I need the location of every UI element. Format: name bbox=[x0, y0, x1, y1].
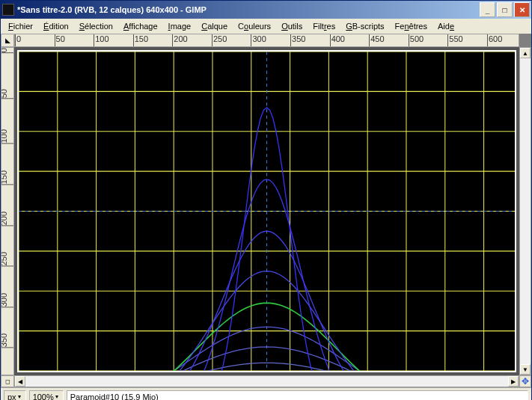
minimize-button[interactable]: _ bbox=[480, 2, 495, 17]
horizontal-ruler[interactable]: 050100150200250300350400450500550600 bbox=[14, 34, 519, 47]
menu-colors[interactable]: Couleurs bbox=[233, 20, 275, 32]
vscroll-track[interactable] bbox=[520, 58, 531, 364]
menubar: Fichier Édition Sélection Affichage Imag… bbox=[1, 19, 531, 34]
scroll-left-button[interactable]: ◀ bbox=[15, 376, 25, 387]
menu-help[interactable]: Aide bbox=[433, 20, 459, 32]
menu-edit[interactable]: Édition bbox=[39, 20, 73, 32]
menu-windows[interactable]: Fenêtres bbox=[391, 20, 432, 32]
workspace: ◣ 050100150200250300350400450500550600 0… bbox=[1, 34, 531, 399]
statusbar: px▾ 100%▾ Paramoid#10 (15,9 Mio) bbox=[1, 387, 531, 400]
scroll-right-button[interactable]: ▶ bbox=[508, 376, 519, 387]
image-canvas[interactable] bbox=[19, 52, 515, 371]
menu-layer[interactable]: Calque bbox=[197, 20, 232, 32]
scroll-up-button[interactable]: ▲ bbox=[520, 48, 531, 58]
navigation-button[interactable]: ✥ bbox=[519, 375, 531, 387]
menu-tools[interactable]: Outils bbox=[277, 20, 307, 32]
menu-view[interactable]: Affichage bbox=[119, 20, 162, 32]
unit-selector[interactable]: px▾ bbox=[4, 390, 26, 401]
ruler-corner-button[interactable]: ◣ bbox=[1, 34, 14, 47]
main-window: *Sans titre-2.0 (RVB, 12 calques) 640x40… bbox=[0, 0, 532, 400]
canvas-area[interactable] bbox=[14, 47, 519, 375]
maximize-button[interactable]: □ bbox=[497, 2, 513, 17]
menu-image[interactable]: Image bbox=[164, 20, 196, 32]
scroll-down-button[interactable]: ▼ bbox=[520, 364, 531, 375]
menu-file[interactable]: Fichier bbox=[4, 20, 37, 32]
titlebar[interactable]: *Sans titre-2.0 (RVB, 12 calques) 640x40… bbox=[1, 1, 531, 19]
horizontal-scrollbar[interactable]: ◀ ▶ bbox=[14, 375, 519, 387]
menu-scripts[interactable]: GB-scripts bbox=[341, 20, 388, 32]
close-button[interactable]: ✕ bbox=[514, 2, 530, 17]
window-title: *Sans titre-2.0 (RVB, 12 calques) 640x40… bbox=[17, 5, 478, 14]
zoom-selector[interactable]: 100%▾ bbox=[29, 390, 64, 401]
app-icon bbox=[2, 4, 14, 16]
status-layer-label: Paramoid#10 (15,9 Mio) bbox=[67, 390, 528, 401]
quickmask-toggle[interactable]: ◻ bbox=[1, 375, 14, 387]
chevron-down-icon: ▾ bbox=[54, 393, 60, 400]
hscroll-track[interactable] bbox=[25, 376, 508, 387]
vertical-scrollbar[interactable]: ▲ ▼ bbox=[519, 47, 531, 375]
menu-select[interactable]: Sélection bbox=[75, 20, 117, 32]
chevron-down-icon: ▾ bbox=[16, 393, 22, 400]
vertical-ruler[interactable]: 050100150200250300350400 bbox=[1, 47, 14, 375]
menu-filters[interactable]: Filtres bbox=[308, 20, 340, 32]
